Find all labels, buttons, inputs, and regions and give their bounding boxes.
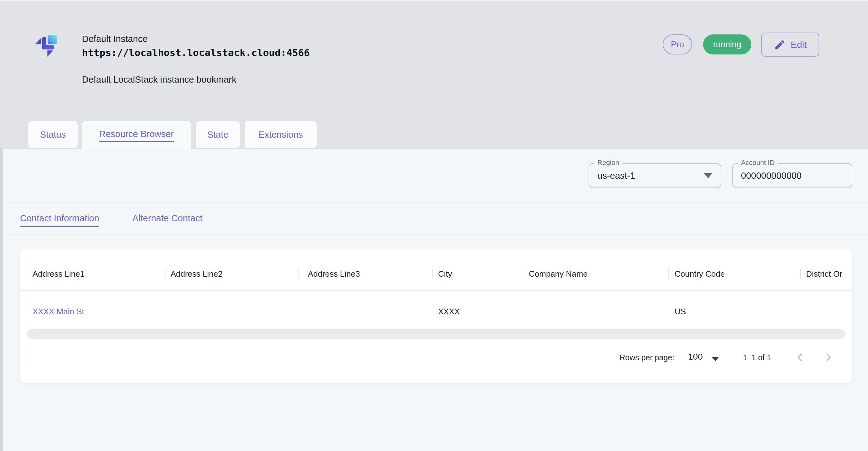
column-header-district[interactable]: District Or [806, 269, 842, 279]
edit-button[interactable]: Edit [761, 33, 819, 57]
column-separator[interactable] [165, 269, 165, 278]
pro-badge: Pro [663, 34, 692, 55]
resource-browser-panel: Account Create Region us-east-1 Account … [3, 148, 868, 451]
cell-country-code: US [675, 307, 686, 317]
caret-down-icon[interactable] [712, 357, 719, 361]
section-divider [3, 239, 868, 239]
pencil-icon [774, 39, 786, 51]
next-page-button[interactable] [822, 351, 835, 364]
column-separator[interactable] [523, 269, 523, 278]
region-select[interactable]: Region us-east-1 [589, 163, 721, 188]
left-gutter [0, 148, 3, 451]
subtab-contact-information[interactable]: Contact Information [20, 213, 99, 227]
column-header-address-line1[interactable]: Address Line1 [33, 269, 85, 279]
tab-status-label: Status [40, 129, 66, 140]
cell-address-line1[interactable]: XXXX Main St [33, 307, 84, 317]
account-id-value: 000000000000 [741, 171, 802, 181]
chevron-right-icon [823, 352, 834, 363]
instance-url: https://localhost.localstack.cloud:4566 [82, 47, 310, 58]
column-separator[interactable] [298, 269, 299, 278]
instance-subtitle: Default LocalStack instance bookmark [82, 74, 236, 85]
column-header-city[interactable]: City [438, 269, 452, 279]
tab-extensions[interactable]: Extensions [245, 121, 317, 148]
account-id-field[interactable]: Account ID 000000000000 [732, 163, 852, 188]
edit-button-label: Edit [791, 39, 807, 50]
column-header-address-line3[interactable]: Address Line3 [308, 269, 360, 279]
cell-city: XXXX [438, 307, 460, 317]
tab-state[interactable]: State [196, 121, 240, 148]
column-separator[interactable] [432, 269, 433, 278]
pagination-range: 1–1 of 1 [743, 353, 771, 362]
column-separator[interactable] [668, 269, 669, 278]
tab-status[interactable]: Status [28, 121, 78, 148]
column-header-country-code[interactable]: Country Code [675, 269, 725, 279]
caret-down-icon [704, 173, 712, 178]
previous-page-button[interactable] [793, 351, 807, 364]
tab-extensions-label: Extensions [258, 129, 303, 140]
subtab-alternate-contact[interactable]: Alternate Contact [132, 213, 203, 226]
tab-resource-browser[interactable]: Resource Browser [82, 121, 191, 150]
section-divider [3, 202, 868, 203]
status-badge: running [703, 34, 751, 55]
contact-table-card: Address Line1 Address Line2 Address Line… [20, 248, 852, 383]
rows-per-page-label: Rows per page: [620, 353, 674, 362]
table-header-divider [20, 290, 852, 291]
tab-resource-browser-label: Resource Browser [99, 129, 174, 142]
account-id-label: Account ID [738, 159, 778, 167]
column-header-address-line2[interactable]: Address Line2 [170, 269, 222, 279]
instance-title: Default Instance [82, 34, 148, 44]
column-separator[interactable] [800, 269, 801, 278]
tab-state-label: State [207, 129, 228, 140]
region-value: us-east-1 [597, 171, 635, 181]
region-label: Region [594, 159, 622, 167]
localstack-logo-icon [30, 31, 68, 68]
horizontal-scrollbar[interactable] [27, 329, 845, 339]
rows-per-page-select[interactable]: 100 [688, 352, 703, 362]
chevron-left-icon [795, 352, 805, 363]
column-header-company-name[interactable]: Company Name [529, 269, 588, 279]
